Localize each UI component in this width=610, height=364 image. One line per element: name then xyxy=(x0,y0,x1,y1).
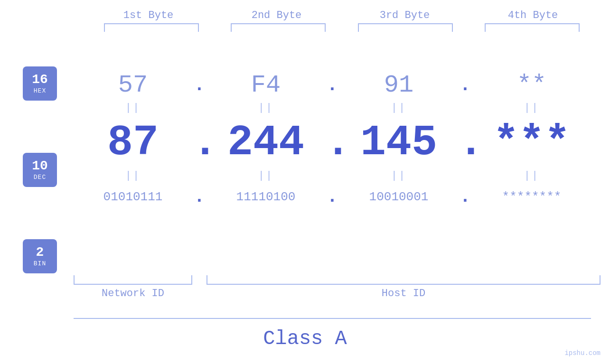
hex-cell-4: ** xyxy=(472,71,591,99)
dec-dot-3: . xyxy=(458,119,472,167)
bracket-bottom-host xyxy=(206,275,601,285)
bin-row: 01010111 . 11110100 . 10010001 . *******… xyxy=(74,187,601,207)
eq-dot-2 xyxy=(325,102,339,114)
equals-1-1: || xyxy=(74,102,192,114)
hex-base-name: HEX xyxy=(34,87,46,94)
dec-value-3: 145 xyxy=(360,119,437,167)
dec-cell-2: 244 xyxy=(206,119,325,167)
dec-value-2: 244 xyxy=(227,119,304,167)
content-area: 57 . F4 . 91 . ** || || || || xyxy=(74,47,601,207)
bin-value-2: 11110100 xyxy=(236,190,296,204)
equals-2-1: || xyxy=(74,170,192,182)
hex-cell-2: F4 xyxy=(206,71,325,99)
byte-headers: 1st Byte 2nd Byte 3rd Byte 4th Byte xyxy=(84,5,597,21)
byte-header-2: 2nd Byte xyxy=(225,9,329,21)
bottom-full-line xyxy=(74,318,591,319)
host-id-label: Host ID xyxy=(206,288,601,299)
equals-2-2: || xyxy=(206,170,325,182)
top-brackets xyxy=(88,23,596,32)
equals-1-4: || xyxy=(472,102,591,114)
bottom-section: Network ID Host ID xyxy=(74,275,601,299)
equals-2-4: || xyxy=(472,170,591,182)
base-badge-dec: 10 DEC xyxy=(23,153,57,187)
eq-dot-5 xyxy=(325,170,339,182)
byte-header-4: 4th Byte xyxy=(481,9,585,21)
equals-1-2: || xyxy=(206,102,325,114)
bin-dot-3: . xyxy=(458,187,472,207)
bin-cell-3: 10010001 xyxy=(339,190,458,204)
base-badge-hex: 16 HEX xyxy=(23,66,57,101)
hex-dot-1: . xyxy=(192,75,206,95)
eq-dot-4 xyxy=(192,170,206,182)
hex-cell-3: 91 xyxy=(339,71,458,99)
bin-cell-2: 11110100 xyxy=(206,190,325,204)
bracket-top-2 xyxy=(231,23,326,32)
dec-row: 87 . 244 . 145 . *** xyxy=(74,119,601,167)
base-badge-bin: 2 BIN xyxy=(23,239,57,273)
base-labels: 16 HEX 10 DEC 2 BIN xyxy=(23,66,57,273)
hex-value-3: 91 xyxy=(384,71,413,99)
hex-value-1: 57 xyxy=(118,71,148,99)
eq-dot-3 xyxy=(458,102,472,114)
dec-value-1: 87 xyxy=(107,119,159,167)
hex-row: 57 . F4 . 91 . ** xyxy=(74,71,601,99)
hex-cell-1: 57 xyxy=(74,71,192,99)
watermark: ipshu.com xyxy=(564,349,601,357)
hex-value-2: F4 xyxy=(251,71,281,99)
dec-value-4: *** xyxy=(493,119,570,167)
bin-value-1: 01010111 xyxy=(103,190,163,204)
bin-dot-2: . xyxy=(325,187,339,207)
bracket-top-1 xyxy=(104,23,199,32)
bin-value-4: ******** xyxy=(502,190,562,204)
dec-cell-1: 87 xyxy=(74,119,192,167)
dec-dot-2: . xyxy=(325,119,339,167)
hex-base-num: 16 xyxy=(32,73,48,87)
dec-base-name: DEC xyxy=(34,174,46,181)
bin-dot-1: . xyxy=(192,187,206,207)
hex-dot-2: . xyxy=(325,75,339,95)
bin-value-3: 10010001 xyxy=(369,190,429,204)
hex-dot-3: . xyxy=(458,75,472,95)
network-id-label: Network ID xyxy=(74,288,192,299)
equals-row-1: || || || || xyxy=(74,102,601,114)
hex-value-4: ** xyxy=(517,71,546,99)
eq-dot-1 xyxy=(192,102,206,114)
bin-cell-4: ******** xyxy=(472,190,591,204)
bracket-top-4 xyxy=(485,23,580,32)
dec-cell-3: 145 xyxy=(339,119,458,167)
equals-2-3: || xyxy=(339,170,458,182)
equals-row-2: || || || || xyxy=(74,170,601,182)
dec-dot-1: . xyxy=(192,119,206,167)
bin-base-name: BIN xyxy=(34,260,46,267)
bracket-bottom-network xyxy=(74,275,192,285)
bracket-top-3 xyxy=(358,23,453,32)
eq-dot-6 xyxy=(458,170,472,182)
byte-header-3: 3rd Byte xyxy=(353,9,457,21)
class-a-label: Class A xyxy=(0,327,610,350)
dec-cell-4: *** xyxy=(472,119,591,167)
bin-base-num: 2 xyxy=(36,245,44,260)
equals-1-3: || xyxy=(339,102,458,114)
main-container: 1st Byte 2nd Byte 3rd Byte 4th Byte 16 H… xyxy=(0,0,610,364)
bottom-brackets xyxy=(74,275,601,285)
bottom-labels: Network ID Host ID xyxy=(74,288,601,299)
byte-header-1: 1st Byte xyxy=(96,9,201,21)
dec-base-num: 10 xyxy=(32,159,48,174)
bin-cell-1: 01010111 xyxy=(74,190,192,204)
